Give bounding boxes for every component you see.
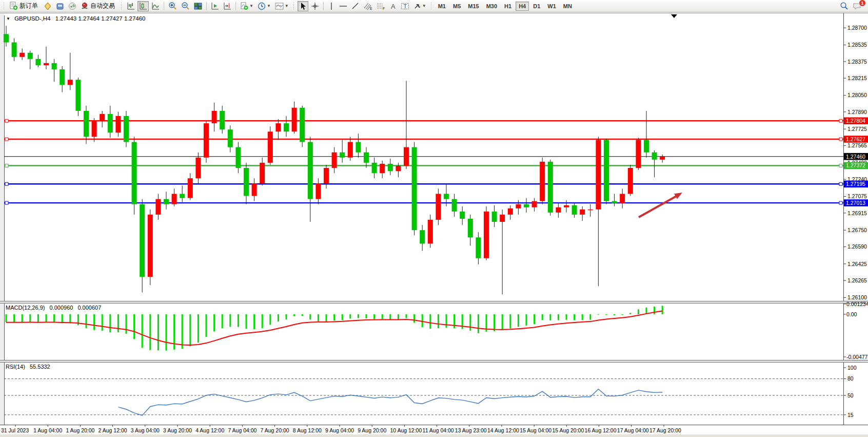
search-button[interactable] [838,1,850,11]
ohlc-values: 1.27443 1.27464 1.27427 1.27460 [55,15,146,22]
svg-text:15: 15 [847,412,854,418]
svg-text:A: A [391,3,396,10]
auto-trading-button[interactable]: 自动交易 [79,1,118,11]
tab-timeframe-w1[interactable]: W1 [544,2,559,11]
svg-text:1.28215: 1.28215 [847,75,867,81]
hline-handle[interactable] [5,138,8,141]
history-center-button[interactable] [42,1,53,11]
svg-text:1.28700: 1.28700 [847,25,867,31]
hline-handle[interactable] [5,164,8,167]
hline-handle[interactable] [5,201,8,204]
svg-text:1.27195: 1.27195 [846,181,865,187]
toolbar-grip [3,2,5,10]
candle-body [620,194,625,203]
tab-timeframe-m15[interactable]: M15 [465,2,482,11]
candle-body [124,116,129,142]
horizontal-line-button[interactable] [338,1,349,11]
trendline-button[interactable] [350,1,361,11]
vertical-line-button[interactable] [326,1,337,11]
macd-main-value: 0.000960 [49,305,73,311]
tab-timeframe-mn[interactable]: MN [560,2,575,11]
one-click-trading-arrow-icon[interactable]: ▼ [6,16,10,21]
zoom-out-button[interactable] [180,1,191,11]
svg-text:1 Aug 20:00: 1 Aug 20:00 [66,427,94,433]
templates-button[interactable]: ▼ [273,1,290,11]
bar-chart-button[interactable] [125,1,136,11]
hline-handle[interactable] [5,182,8,185]
cursor-button[interactable] [298,1,308,11]
line-chart-button[interactable] [150,1,161,11]
line-chart-icon [151,2,160,10]
candle-body [324,168,329,183]
fibonacci-icon: F [377,2,385,10]
blue-panel-icon [56,2,64,10]
hline-handle[interactable] [839,201,842,204]
candle-body [188,178,193,198]
svg-text:17 Aug 04:00: 17 Aug 04:00 [617,427,649,433]
channel-icon: E [364,2,372,10]
candle-body [92,121,97,137]
hline-handle[interactable] [839,138,842,141]
zoom-in-button[interactable] [167,1,179,11]
svg-text:1.26265: 1.26265 [847,277,867,283]
chart-canvas[interactable]: 1.287001.285351.283751.282151.280501.278… [0,13,868,437]
toolbar-grip [121,2,123,10]
toolbar-grip [430,2,432,10]
fibonacci-button[interactable]: F [375,1,387,11]
tile-windows-button[interactable] [192,1,204,11]
svg-text:17 Aug 20:00: 17 Aug 20:00 [649,427,681,433]
svg-text:F: F [383,7,385,10]
chart-window[interactable]: 1.287001.285351.283751.282151.280501.278… [0,13,868,437]
new-order-button[interactable]: 新订单 [8,1,41,11]
candlestick-chart-button[interactable] [137,1,149,11]
candle-body [364,153,369,163]
hline-handle[interactable] [839,164,842,167]
tab-timeframe-m5[interactable]: M5 [450,2,464,11]
svg-text:11 Aug 04:00: 11 Aug 04:00 [423,427,454,433]
candle-body [524,204,529,207]
tab-timeframe-d1[interactable]: D1 [530,2,543,11]
svg-text:31 Jul 2023: 31 Jul 2023 [1,427,29,433]
svg-text:1.27460: 1.27460 [846,154,865,160]
chart-shift-button[interactable] [222,1,233,11]
svg-text:3 Aug 04:00: 3 Aug 04:00 [131,427,160,433]
indicators-icon [240,2,248,10]
candle-body [204,123,209,158]
candle-body [75,80,81,111]
equidistant-channel-button[interactable]: E [362,1,374,11]
text-label-button[interactable]: T [399,1,411,11]
auto-scroll-icon [211,2,219,10]
svg-text:4 Aug 12:00: 4 Aug 12:00 [195,427,224,433]
indicators-button[interactable]: ▼ [239,1,255,11]
tab-timeframe-h4[interactable]: H4 [516,2,529,11]
text-button[interactable]: A [388,1,398,11]
notifications-button[interactable]: 1 [851,1,863,11]
tab-timeframe-h1[interactable]: H1 [501,2,515,11]
candle-body [452,199,457,212]
tab-timeframe-m30[interactable]: M30 [483,2,500,11]
hline-handle[interactable] [5,119,8,122]
tile-windows-icon [194,2,202,10]
crosshair-button[interactable] [309,1,321,11]
candle-body [660,157,665,160]
hline-handle[interactable] [839,119,842,122]
rsi-value: 55.5332 [30,364,50,370]
signals-button[interactable] [67,1,78,11]
arrows-button[interactable]: ▼ [412,1,428,11]
candle-body [228,129,233,147]
auto-scroll-button[interactable] [209,1,221,11]
candle-body [580,210,585,215]
market-watch-button[interactable] [54,1,66,11]
candle-body [332,153,337,168]
svg-text:0.00: 0.00 [846,311,857,317]
chevron-down-icon: ▼ [249,4,253,8]
hline-handle[interactable] [839,182,842,185]
candle-body [492,212,497,222]
periods-button[interactable]: ▼ [256,1,272,11]
tab-timeframe-m1[interactable]: M1 [435,2,449,11]
chevron-down-icon: ▼ [285,4,289,8]
svg-text:50: 50 [847,392,854,398]
signal-icon [68,2,76,10]
toolbar-separator [235,2,236,10]
candle-body [268,131,273,163]
